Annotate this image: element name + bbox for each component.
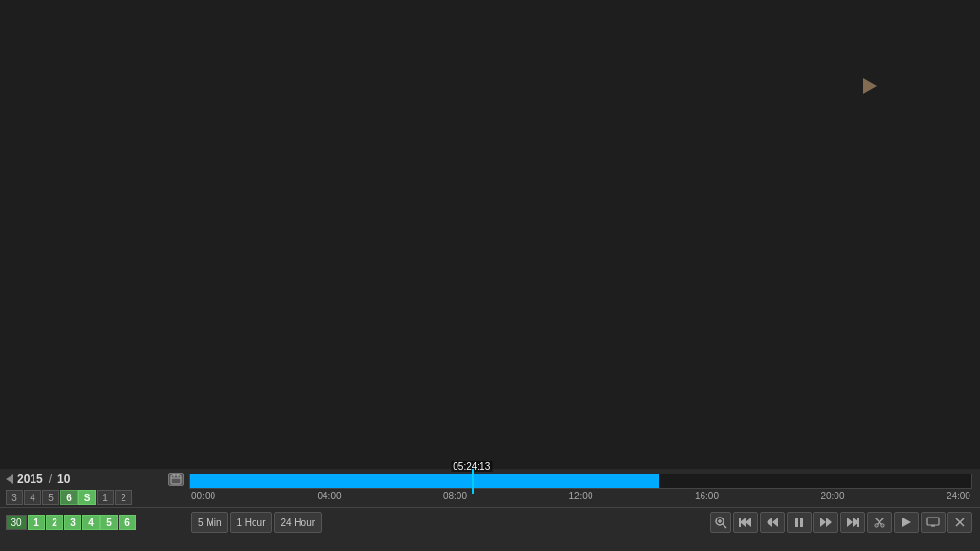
- forward-icon: [819, 517, 833, 528]
- svg-marker-11: [767, 518, 772, 527]
- channel-4-bottom[interactable]: 4: [82, 515, 100, 530]
- svg-marker-24: [902, 518, 911, 527]
- bottom-controls-row: 30 1 2 3 4 5 6 5 Min 1 Hour 24 Hour: [0, 508, 980, 537]
- view-5min-button[interactable]: 5 Min: [191, 512, 228, 533]
- control-bar: 2015 / 10 3 4 5 6 S 1: [0, 469, 980, 551]
- calendar-icon[interactable]: [168, 473, 184, 486]
- tick-1600: 16:00: [695, 491, 719, 501]
- channel-1-top[interactable]: 1: [97, 490, 114, 505]
- channel-6-bottom[interactable]: 6: [119, 515, 136, 530]
- channel-row-top: 3 4 5 6 S 1 2: [4, 490, 186, 505]
- rewind-icon: [766, 517, 779, 528]
- timeline-ticks: 00:00 04:00 08:00 12:00 16:00 20:00 24:0…: [189, 489, 972, 502]
- svg-rect-19: [858, 518, 859, 527]
- skip-end-icon: [846, 517, 859, 528]
- channel-2-bottom[interactable]: 2: [46, 515, 63, 530]
- forward-button[interactable]: [813, 512, 838, 533]
- skip-start-icon: [739, 517, 752, 528]
- monitor-icon: [926, 517, 940, 528]
- channel-6-top[interactable]: 6: [60, 490, 78, 505]
- channel-4[interactable]: 4: [24, 490, 41, 505]
- tick-0000: 00:00: [191, 491, 215, 501]
- tick-1200: 12:00: [568, 491, 592, 501]
- channel-3[interactable]: 3: [6, 490, 23, 505]
- close-button[interactable]: [947, 512, 972, 533]
- svg-line-5: [723, 524, 726, 528]
- svg-marker-16: [820, 518, 826, 527]
- skip-end-button[interactable]: [840, 512, 865, 533]
- svg-point-22: [875, 524, 878, 527]
- pause-icon: [793, 517, 805, 528]
- svg-marker-17: [847, 518, 853, 527]
- view-24hour-button[interactable]: 24 Hour: [274, 512, 322, 533]
- svg-rect-25: [927, 518, 939, 525]
- month-text: 10: [57, 473, 70, 486]
- channel-s[interactable]: S: [78, 490, 96, 505]
- timeline-area: 05:24:13 00:00 04:00 08:00 12:00 16:00 2…: [186, 472, 976, 504]
- channel-5-bottom[interactable]: 5: [100, 515, 118, 530]
- svg-rect-13: [795, 518, 798, 527]
- year-text: 2015: [17, 473, 43, 486]
- channel-5[interactable]: 5: [42, 490, 59, 505]
- rewind-button[interactable]: [760, 512, 785, 533]
- timeline-filled-region: [190, 474, 659, 488]
- channel-30[interactable]: 30: [6, 515, 27, 530]
- cut-icon: [873, 517, 886, 528]
- tick-2400: 24:00: [947, 491, 970, 501]
- channel-1-bottom[interactable]: 1: [28, 515, 45, 530]
- timeline-bar[interactable]: 05:24:13: [189, 474, 972, 489]
- prev-month-button[interactable]: [6, 474, 13, 484]
- tick-0400: 04:00: [317, 491, 341, 501]
- view-1hour-button[interactable]: 1 Hour: [230, 512, 272, 533]
- cut-button[interactable]: [867, 512, 892, 533]
- play-overlay-icon: [863, 78, 877, 94]
- svg-rect-14: [800, 518, 803, 527]
- tick-2000: 20:00: [820, 491, 844, 501]
- top-controls-row: 2015 / 10 3 4 5 6 S 1: [0, 469, 980, 507]
- separator: /: [49, 473, 52, 486]
- svg-marker-9: [746, 518, 751, 527]
- skip-start-button[interactable]: [733, 512, 758, 533]
- play-icon: [901, 517, 912, 528]
- channel-row-bottom: 30 1 2 3 4 5 6: [4, 514, 186, 531]
- play-button[interactable]: [894, 512, 919, 533]
- pause-button[interactable]: [787, 512, 812, 533]
- svg-rect-0: [171, 475, 181, 484]
- channel-3-bottom[interactable]: 3: [64, 515, 81, 530]
- left-panel: 2015 / 10 3 4 5 6 S 1: [4, 471, 186, 505]
- monitor-button[interactable]: [921, 512, 946, 533]
- playback-controls: [710, 512, 972, 533]
- view-buttons-group: 5 Min 1 Hour 24 Hour: [191, 512, 322, 533]
- svg-marker-15: [826, 518, 832, 527]
- zoom-in-icon: [714, 516, 727, 529]
- timeline-cursor: [472, 469, 474, 494]
- video-area: [0, 0, 980, 469]
- channel-2-top[interactable]: 2: [115, 490, 132, 505]
- svg-marker-12: [772, 518, 778, 527]
- year-month-row: 2015 / 10: [4, 471, 186, 488]
- svg-point-23: [881, 524, 884, 527]
- tick-0800: 08:00: [443, 491, 467, 501]
- close-icon: [954, 517, 966, 528]
- zoom-in-button[interactable]: [710, 512, 731, 533]
- svg-rect-10: [739, 518, 741, 527]
